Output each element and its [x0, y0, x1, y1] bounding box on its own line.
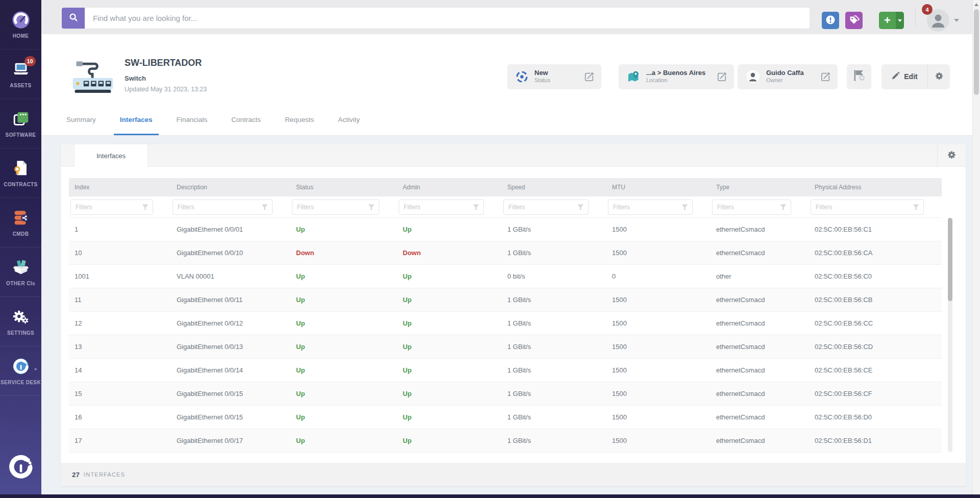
interfaces-count-label: INTERFACES [84, 471, 125, 478]
filter-cell-admin [397, 200, 502, 215]
table-row[interactable]: 14GigabitEthernet 0/0/14UpUp1 GBit/s1500… [69, 359, 942, 382]
sidebar-item-other-cis[interactable]: OTHER CIs [0, 247, 41, 297]
cell-index: 11 [69, 288, 171, 311]
tab-summary[interactable]: Summary [65, 116, 97, 135]
edit-pencil-icon [891, 71, 900, 82]
topbar-divider [915, 7, 916, 28]
column-header-description[interactable]: Description [171, 178, 290, 196]
page-scrollbar[interactable] [972, 0, 980, 498]
location-label: Location [646, 77, 713, 84]
cell-status: Up [290, 312, 397, 335]
flag-button[interactable] [847, 64, 871, 89]
sidebar-item-home[interactable]: HOME [0, 0, 41, 49]
filter-input-status[interactable] [292, 200, 379, 215]
tab-financials[interactable]: Financials [176, 116, 209, 135]
sidebar-item-cmdb[interactable]: CMDB [0, 198, 41, 247]
tab-contracts[interactable]: Contracts [230, 116, 262, 135]
cell-type: ethernetCsmacd [710, 218, 809, 241]
search-bar [62, 8, 810, 29]
status-label: Status [534, 77, 580, 84]
user-menu-caret[interactable] [954, 19, 959, 22]
cell-description: GigabitEthernet 0/0/10 [171, 241, 290, 264]
asset-header: SW-LIBERTADOR Switch Updated May 31 2023… [41, 34, 980, 136]
table-row[interactable]: 13GigabitEthernet 0/0/13UpUp1 GBit/s1500… [69, 335, 942, 359]
table-row[interactable]: 16GigabitEthernet 0/0/15UpUp1 GBit/s1500… [69, 406, 942, 429]
page-scrollbar-thumb[interactable] [974, 9, 979, 95]
tab-activity[interactable]: Activity [337, 116, 361, 135]
cell-type: ethernetCsmacd [710, 288, 809, 311]
cell-speed: 1 GBit/s [502, 382, 606, 405]
sidebar-item-label: HOME [13, 33, 29, 39]
scroll-up-arrow-icon[interactable] [974, 3, 978, 6]
cell-type: ethernetCsmacd [710, 312, 809, 335]
filter-input-mtu[interactable] [608, 200, 693, 215]
sidebar-item-label: SERVICE DESK [1, 380, 41, 385]
edit-button[interactable]: Edit [881, 64, 927, 89]
asset-type: Switch [125, 74, 146, 82]
cell-mtu: 1500 [606, 429, 710, 452]
status-value: New [534, 69, 580, 77]
notification-badge: 4 [922, 4, 933, 15]
owner-value: Guido Caffa [766, 69, 816, 77]
filter-input-mac[interactable] [811, 200, 924, 215]
cell-mac: 02:5C:00:EB:56:C1 [809, 218, 942, 241]
cell-mtu: 1500 [606, 312, 710, 335]
panel-tab-interfaces[interactable]: Interfaces [74, 144, 148, 167]
cell-status: Up [290, 288, 397, 311]
table-scrollbar-thumb[interactable] [948, 218, 952, 301]
chevron-down-icon [898, 19, 902, 22]
owner-card: Guido Caffa Owner [738, 64, 838, 89]
table-settings-button[interactable] [937, 144, 966, 167]
cell-status: Up [290, 382, 397, 405]
cell-type: ethernetCsmacd [710, 406, 809, 429]
edit-status-button[interactable] [584, 71, 595, 82]
alerts-button[interactable] [822, 12, 839, 29]
search-button[interactable] [62, 8, 85, 29]
sidebar-item-contracts[interactable]: CONTRACTS [0, 148, 41, 198]
search-input[interactable] [85, 8, 810, 29]
cell-index: 10 [69, 241, 171, 264]
edit-owner-button[interactable] [820, 71, 831, 82]
table-row[interactable]: 10GigabitEthernet 0/0/10DownDown1 GBit/s… [69, 241, 942, 265]
sidebar-item-software[interactable]: SOFTWARE [0, 99, 41, 148]
tab-interfaces[interactable]: Interfaces [114, 116, 159, 135]
filter-input-type[interactable] [712, 200, 791, 215]
asset-settings-button[interactable] [927, 64, 950, 89]
column-header-type[interactable]: Type [710, 178, 809, 196]
table-row[interactable]: 11GigabitEthernet 0/0/11UpUp1 GBit/s1500… [69, 288, 942, 312]
filter-input-index[interactable] [70, 200, 153, 215]
column-header-mtu[interactable]: MTU [606, 178, 710, 196]
column-header-status[interactable]: Status [290, 178, 397, 196]
cell-admin: Up [397, 359, 502, 382]
add-dropdown-button[interactable] [896, 12, 904, 29]
column-header-speed[interactable]: Speed [502, 178, 606, 196]
table-row[interactable]: 15GigabitEthernet 0/0/15UpUp1 GBit/s1500… [69, 382, 942, 406]
cell-mac: 02:5C:00:EB:56:D0 [809, 406, 942, 429]
cell-admin: Up [397, 406, 502, 429]
table-row[interactable]: 12GigabitEthernet 0/0/12UpUp1 GBit/s1500… [69, 312, 942, 335]
table-row[interactable]: 1GigabitEthernet 0/0/01UpUp1 GBit/s1500e… [69, 218, 942, 241]
cell-mac: 02:5C:00:EB:56:D1 [809, 429, 942, 452]
sidebar-item-service-desk[interactable]: ▸ SERVICE DESK [0, 346, 41, 396]
column-header-index[interactable]: Index [69, 178, 171, 196]
tab-requests[interactable]: Requests [284, 116, 315, 135]
asset-name: SW-LIBERTADOR [125, 58, 202, 68]
table-row[interactable]: 17GigabitEthernet 0/0/17UpUp1 GBit/s1500… [69, 429, 942, 453]
chevron-right-icon[interactable]: ▸ [35, 366, 37, 371]
column-header-mac[interactable]: Physical Address [809, 178, 942, 196]
table-row[interactable]: 1001VLAN 00001UpUp0 bit/s0other02:5C:00:… [69, 265, 942, 288]
add-button[interactable]: + [879, 12, 896, 29]
tags-button[interactable] [845, 12, 863, 29]
panel-header-strip: Interfaces [61, 144, 966, 167]
sidebar-item-settings[interactable]: SETTINGS [0, 297, 41, 346]
table-scrollbar[interactable] [948, 218, 952, 452]
location-value: ...a > Buenos Aires [646, 69, 713, 77]
search-icon [69, 13, 78, 23]
sidebar-item-assets[interactable]: 10 ASSETS [0, 49, 41, 99]
filter-input-description[interactable] [173, 200, 273, 215]
edit-location-button[interactable] [717, 71, 727, 82]
filter-input-admin[interactable] [399, 200, 484, 215]
column-header-admin[interactable]: Admin [397, 178, 502, 196]
filter-input-speed[interactable] [503, 200, 589, 215]
cell-description: GigabitEthernet 0/0/15 [171, 406, 290, 429]
